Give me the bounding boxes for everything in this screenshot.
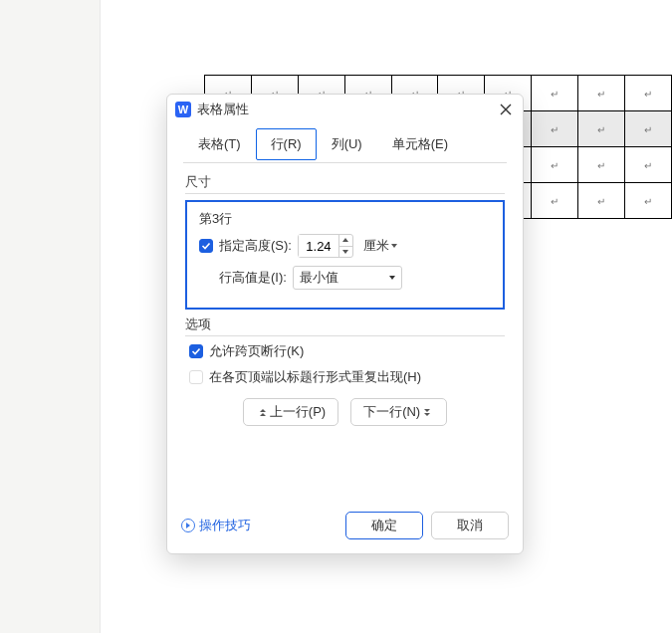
chevron-down-icon	[391, 244, 397, 248]
specify-height-label: 指定高度(S):	[219, 237, 292, 255]
divider	[185, 193, 505, 194]
size-section-title: 尺寸	[185, 173, 505, 191]
options-section-title: 选项	[185, 316, 505, 333]
next-row-button[interactable]: 下一行(N)	[350, 398, 447, 426]
double-chevron-down-icon	[424, 409, 430, 416]
tab-column[interactable]: 列(U)	[317, 128, 377, 160]
height-spinner[interactable]	[298, 234, 353, 258]
repeat-header-checkbox	[189, 370, 203, 384]
ok-button[interactable]: 确定	[345, 512, 423, 539]
dialog-footer: 操作技巧 确定 取消	[167, 502, 523, 553]
allow-break-label: 允许跨页断行(K)	[209, 342, 304, 360]
allow-break-checkbox[interactable]	[189, 344, 203, 358]
titlebar: W 表格属性	[167, 95, 523, 124]
unit-dropdown[interactable]: 厘米	[359, 234, 401, 258]
prev-row-button[interactable]: 上一行(P)	[243, 398, 338, 426]
chevron-down-icon	[389, 276, 395, 280]
double-chevron-up-icon	[260, 409, 266, 416]
dialog-title: 表格属性	[197, 101, 249, 118]
tab-table[interactable]: 表格(T)	[183, 128, 256, 160]
tabs: 表格(T) 行(R) 列(U) 单元格(E)	[167, 124, 523, 160]
spinner-down[interactable]	[339, 246, 352, 258]
row-height-is-label: 行高值是(I):	[219, 269, 287, 287]
specify-height-checkbox[interactable]	[199, 239, 213, 253]
table-properties-dialog: W 表格属性 表格(T) 行(R) 列(U) 单元格(E) 尺寸 第3行 指定高…	[166, 94, 524, 554]
row-height-is-value: 最小值	[300, 269, 389, 287]
check-icon	[201, 241, 211, 251]
row-nav: 上一行(P) 下一行(N)	[185, 398, 505, 426]
next-row-label: 下一行(N)	[363, 403, 420, 421]
app-word-icon: W	[175, 102, 191, 117]
dialog-body: 尺寸 第3行 指定高度(S): 厘米	[167, 163, 523, 502]
row-height-is-select[interactable]: 最小值	[293, 266, 402, 290]
check-icon	[191, 346, 201, 356]
play-info-icon	[181, 519, 195, 532]
size-highlight-box: 第3行 指定高度(S): 厘米	[185, 200, 505, 310]
repeat-header-label: 在各页顶端以标题行形式重复出现(H)	[209, 368, 421, 386]
tips-label: 操作技巧	[199, 517, 251, 534]
chevron-down-icon	[342, 250, 348, 254]
prev-row-label: 上一行(P)	[270, 403, 326, 421]
chevron-up-icon	[342, 238, 348, 242]
close-icon	[500, 104, 512, 115]
height-input[interactable]	[299, 235, 338, 257]
unit-label: 厘米	[363, 237, 389, 255]
spinner-up[interactable]	[339, 235, 352, 246]
tab-row[interactable]: 行(R)	[256, 128, 317, 160]
cancel-button[interactable]: 取消	[431, 512, 509, 539]
divider	[185, 335, 505, 336]
close-button[interactable]	[497, 101, 515, 118]
tips-link[interactable]: 操作技巧	[181, 517, 251, 534]
tab-cell[interactable]: 单元格(E)	[377, 128, 463, 160]
current-row-label: 第3行	[199, 210, 495, 228]
